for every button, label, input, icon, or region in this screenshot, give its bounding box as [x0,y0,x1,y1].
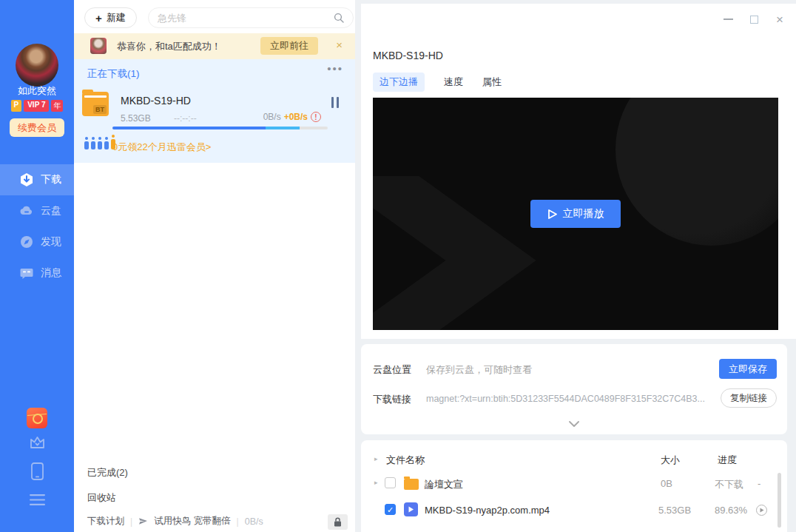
sidebar-item-discover[interactable]: 发现 [0,226,74,257]
file-row-name[interactable]: MKBD-S19-nyap2p.com.mp4 [425,505,550,516]
plus-icon: + [95,13,102,24]
task-speed: 0B/s [263,112,281,122]
file-row-name[interactable]: 論壇文宣 [425,478,463,491]
new-task-button[interactable]: + 新建 [84,7,137,28]
warning-icon[interactable]: ! [311,112,321,122]
maximize-icon[interactable] [748,13,760,25]
video-preview-area: 立即播放 [373,98,778,330]
folder-checkbox[interactable] [385,477,396,488]
preview-card: × MKBD-S19-HD 边下边播 速度 属性 立即播放 [361,4,796,339]
username: 如此突然 [0,84,74,98]
sidebar-item-messages[interactable]: 消息 [0,257,74,289]
completed-section[interactable]: 已完成(2) [87,466,128,479]
downloading-section: 正在下载(1) ••• BT MKBD-S19-HD 5.53GB --:--:… [74,59,355,163]
list-topbar: + 新建 [74,4,355,33]
sidebar-item-label: 云盘 [41,204,61,218]
decorative-circle [615,98,778,246]
search-icon [334,13,344,23]
tab-speed[interactable]: 速度 [444,73,463,92]
phone-icon [30,462,44,481]
download-plan-link[interactable]: 下载计划 [87,515,124,528]
col-header-progress: 进度 [718,454,737,467]
plane-icon [138,516,148,526]
vip-level-badge: VIP 7 [24,100,49,112]
download-link-label: 下载链接 [373,393,411,406]
video-checkbox[interactable]: ✓ [385,504,396,515]
message-icon [19,266,34,280]
copy-link-button[interactable]: 复制链接 [721,388,777,408]
close-icon[interactable]: × [336,39,343,50]
task-eta: --:--:-- [174,113,197,124]
cloud-location-hint: 保存到云盘，可随时查看 [426,363,532,377]
task-info-card: 云盘位置 保存到云盘，可随时查看 立即保存 下载链接 magnet:?xt=ur… [361,344,787,434]
download-icon [19,172,34,187]
crown-icon [29,434,46,451]
expand-all-icon[interactable]: ▸ [374,455,378,462]
lock-button[interactable] [328,514,348,530]
match-avatar [90,38,107,54]
new-task-label: 新建 [107,11,126,24]
vip-promo-link[interactable]: 0元领22个月迅雷会员> [112,141,211,154]
col-header-name: 文件名称 [386,454,425,467]
file-row-progress: 不下载 [715,478,743,491]
cloud-location-label: 云盘位置 [373,363,411,377]
close-icon[interactable]: × [774,13,786,25]
detail-tabs: 边下边播 速度 属性 [373,73,502,92]
task-detail-panel: × MKBD-S19-HD 边下边播 速度 属性 立即播放 [355,0,796,532]
match-notification-banner: 恭喜你，和ta匹配成功！ 立即前往 × [74,33,355,59]
play-now-button[interactable]: 立即播放 [530,200,621,228]
play-icon [547,209,557,219]
footer-speed: 0B/s [245,516,263,527]
task-size: 5.53GB [121,113,151,124]
bt-badge: BT [93,105,107,114]
magnet-link-value[interactable]: magnet:?xt=urn:btih:5D31233F5544DAC0489F… [426,394,709,404]
chevron-down-icon [569,421,579,427]
circle-play-icon[interactable] [756,505,767,516]
sidebar: 如此突然 P VIP 7 年 续费会员 下载 云盘 [0,0,74,532]
expand-row-icon[interactable]: ▸ [374,479,378,486]
file-row-size: 5.53GB [658,505,691,516]
detail-title: MKBD-S19-HD [373,50,443,61]
task-progress-bar [112,127,328,129]
list-footer: 下载计划 | 试用快鸟 宽带翻倍 | 0B/s [74,511,355,532]
cloud-icon [19,203,34,218]
year-badge: 年 [51,100,63,112]
recycle-bin[interactable]: 回收站 [87,491,116,505]
red-packet-button[interactable] [0,408,74,428]
col-header-size: 大小 [661,454,680,467]
file-list-scrollbar[interactable] [778,473,781,528]
vip-privileges-button[interactable] [0,434,74,451]
minimize-icon[interactable] [722,13,734,25]
tab-properties[interactable]: 属性 [482,73,502,92]
more-options-icon[interactable]: ••• [327,62,343,75]
tab-play-while-download[interactable]: 边下边播 [373,73,425,92]
folder-icon [404,479,419,490]
renew-vip-button[interactable]: 续费会员 [10,118,64,137]
expand-details-control[interactable] [569,417,579,430]
go-now-button[interactable]: 立即前往 [260,37,318,55]
lock-icon [334,517,342,527]
sidebar-item-download[interactable]: 下载 [0,164,74,195]
play-now-label: 立即播放 [563,207,604,220]
sidebar-item-label: 发现 [41,235,61,249]
sidebar-item-label: 下载 [41,173,61,186]
save-now-button[interactable]: 立即保存 [719,359,777,379]
xunlei-app-window: 如此突然 P VIP 7 年 续费会员 下载 云盘 [0,0,796,532]
sidebar-item-cloud[interactable]: 云盘 [0,195,74,226]
bt-task-icon: BT [82,92,109,116]
task-name[interactable]: MKBD-S19-HD [121,95,191,107]
search-input[interactable] [158,13,334,24]
search-box[interactable] [148,7,354,28]
pause-icon[interactable] [331,97,340,108]
red-packet-icon [27,408,47,428]
vip-badges: P VIP 7 年 [0,100,74,112]
trial-speedup-link[interactable]: 试用快鸟 宽带翻倍 [154,515,230,528]
decorative-chevron [373,149,595,330]
more-menu-button[interactable] [0,494,74,506]
sidebar-item-label: 消息 [41,266,61,280]
avatar[interactable] [16,44,58,87]
video-file-icon [404,502,418,516]
download-list-panel: + 新建 恭喜你，和ta匹配成功！ 立即前往 × 正在下载(1) ••• BT [74,0,355,532]
downloading-header[interactable]: 正在下载(1) [87,67,140,81]
mobile-app-button[interactable] [0,462,74,481]
